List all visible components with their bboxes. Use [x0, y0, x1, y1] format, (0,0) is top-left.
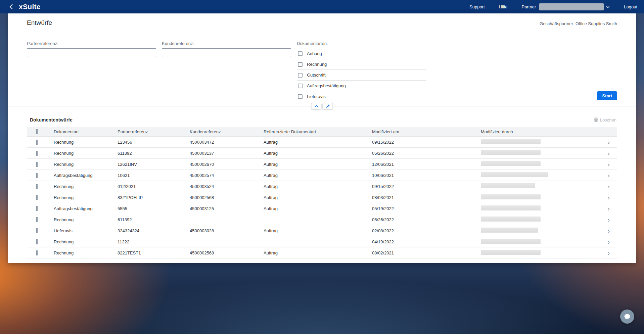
cell-dokumentart: Rechnung: [54, 162, 118, 167]
table-row[interactable]: Rechnung 11222 04/19/2022 ›: [27, 236, 617, 247]
checkbox-anhang[interactable]: [298, 51, 303, 56]
collapse-filter-button[interactable]: [311, 103, 322, 110]
cell-kundenreferenz: 4500003137: [190, 151, 264, 156]
chat-bubble-icon: [624, 313, 631, 320]
cell-partnerreferenz: 11222: [118, 239, 190, 244]
cell-modifiziert-am: 05/19/2022: [372, 206, 481, 211]
partner-reference-input[interactable]: [27, 48, 156, 57]
cell-dokumentart: Rechnung: [54, 195, 118, 200]
cell-referenzierte-dokumentart: Auftrag: [264, 184, 372, 189]
checkbox-rechnung[interactable]: [298, 62, 303, 67]
row-checkbox[interactable]: [36, 140, 38, 145]
document-type-option-gutschrift[interactable]: Gutschrift: [297, 70, 426, 81]
redacted-modifiziert-durch: [481, 228, 538, 233]
pin-filter-button[interactable]: [323, 103, 333, 110]
chevron-down-icon: [606, 6, 610, 8]
cell-partnerreferenz: 12621INV: [118, 162, 190, 167]
cell-kundenreferenz: 4500002670: [190, 162, 264, 167]
row-checkbox[interactable]: [36, 250, 38, 255]
table-row[interactable]: Rechnung 8221TEST1 4500002568 Auftrag 08…: [27, 247, 617, 258]
nav-help-link[interactable]: Hilfe: [499, 4, 508, 9]
table-header-row: Dokumentart Partnerreferenz Kundenrefere…: [27, 127, 617, 137]
cell-kundenreferenz: 4500002574: [190, 173, 264, 178]
chevron-right-icon[interactable]: ›: [604, 183, 614, 190]
cell-partnerreferenz: 123456: [118, 140, 190, 145]
drafts-table-section: Dokumententwürfe Löschen Dokumentart Par…: [27, 114, 617, 258]
table-row[interactable]: Rechnung 8321POFLIP 4500002568 Auftrag 0…: [27, 192, 617, 203]
redacted-modifiziert-durch: [481, 239, 541, 244]
table-row[interactable]: Auftragsbestätigung 10621 4500002574 Auf…: [27, 170, 617, 181]
customer-reference-label: Kundenreferenz:: [162, 41, 291, 46]
table-row[interactable]: Rechnung 611392 05/26/2022 ›: [27, 214, 617, 225]
redacted-modifiziert-durch: [481, 150, 541, 155]
row-checkbox[interactable]: [36, 151, 38, 156]
cell-kundenreferenz: 4500003125: [190, 206, 264, 211]
chevron-right-icon[interactable]: ›: [604, 172, 614, 179]
document-type-option-auftragsbestaetigung[interactable]: Auftragsbestätigung: [297, 81, 426, 91]
delete-button[interactable]: Löschen: [594, 117, 616, 123]
cell-modifiziert-am: 04/19/2022: [372, 239, 481, 244]
chat-launcher-button[interactable]: [620, 309, 634, 324]
logout-link[interactable]: Logout: [624, 4, 637, 9]
chevron-right-icon[interactable]: ›: [604, 205, 614, 212]
partner-dropdown[interactable]: [539, 3, 610, 10]
chevron-right-icon[interactable]: ›: [604, 250, 614, 256]
table-title: Dokumententwürfe: [30, 117, 73, 123]
app-logo: xSuite: [19, 3, 41, 11]
row-checkbox[interactable]: [36, 195, 38, 200]
trash-icon: [594, 117, 598, 122]
top-navigation: Support Hilfe Partner Logout: [469, 3, 637, 10]
row-checkbox[interactable]: [36, 228, 38, 233]
table-row[interactable]: Rechnung 012/2021 4500003524 Auftrag 09/…: [27, 181, 617, 192]
table-row[interactable]: Rechnung 123456 4500003472 Auftrag 09/15…: [27, 137, 617, 148]
content-card: Entwürfe Geschäftspartner: Office Suppli…: [8, 13, 636, 263]
delete-button-label: Löschen: [600, 117, 616, 123]
row-checkbox[interactable]: [36, 173, 38, 178]
row-checkbox[interactable]: [36, 184, 38, 189]
chevron-right-icon[interactable]: ›: [604, 228, 614, 234]
chevron-right-icon[interactable]: ›: [604, 239, 614, 245]
table-row[interactable]: Rechnung 611392 4500003137 Auftrag 05/26…: [27, 148, 617, 159]
cell-referenzierte-dokumentart: Auftrag: [264, 173, 372, 178]
table-row[interactable]: Rechnung 12621INV 4500002670 Auftrag 12/…: [27, 159, 617, 170]
chevron-right-icon[interactable]: ›: [604, 194, 614, 201]
back-button[interactable]: [7, 2, 15, 11]
document-types-label: Dokumentarten:: [297, 41, 426, 46]
cell-kundenreferenz: 4500002568: [190, 195, 264, 200]
row-checkbox[interactable]: [36, 217, 38, 222]
table-row[interactable]: Auftragsbestätigung 5555 4500003125 Auft…: [27, 203, 617, 214]
chevron-right-icon[interactable]: ›: [604, 217, 614, 223]
row-checkbox[interactable]: [36, 206, 38, 211]
document-type-option-lieferavis[interactable]: Lieferavis: [297, 91, 426, 102]
chevron-right-icon[interactable]: ›: [604, 139, 614, 145]
row-checkbox[interactable]: [36, 239, 38, 244]
cell-referenzierte-dokumentart: Auftrag: [264, 206, 372, 211]
cell-kundenreferenz: 4500002568: [190, 250, 264, 255]
document-type-option-rechnung[interactable]: Rechnung: [297, 59, 426, 70]
business-partner-text: Geschäftspartner: Office Supplies Smith: [540, 21, 617, 26]
document-type-option-anhang[interactable]: Anhang: [297, 48, 426, 59]
filter-bar: Partnerreferenz: Kundenreferenz: Dokumen…: [27, 41, 426, 102]
page-title: Entwürfe: [27, 19, 52, 27]
start-button[interactable]: Start: [597, 91, 617, 100]
cell-modifiziert-am: 08/03/2021: [372, 195, 481, 200]
redacted-modifiziert-durch: [481, 250, 541, 255]
chevron-left-icon: [9, 4, 13, 9]
row-checkbox[interactable]: [36, 162, 38, 167]
checkbox-lieferavis[interactable]: [298, 94, 303, 99]
application-root: xSuite Support Hilfe Partner Logout Entw…: [0, 0, 644, 334]
partner-reference-label: Partnerreferenz:: [27, 41, 156, 46]
cell-dokumentart: Rechnung: [54, 151, 118, 156]
checkbox-auftragsbestaetigung[interactable]: [298, 84, 303, 88]
customer-reference-input[interactable]: [162, 48, 291, 57]
table-row[interactable]: Lieferavis 324324324 4500003028 Auftrag …: [27, 225, 617, 236]
select-all-checkbox[interactable]: [36, 129, 38, 134]
checkbox-gutschrift[interactable]: [298, 73, 303, 78]
column-header-referenzierte-dokumentart: Referenzierte Dokumentart: [264, 129, 372, 134]
cell-dokumentart: Rechnung: [54, 184, 118, 189]
nav-support-link[interactable]: Support: [469, 4, 485, 9]
chevron-right-icon[interactable]: ›: [604, 161, 614, 168]
cell-dokumentart: Rechnung: [54, 250, 118, 255]
chevron-right-icon[interactable]: ›: [604, 150, 614, 156]
checkbox-label: Gutschrift: [307, 73, 326, 78]
